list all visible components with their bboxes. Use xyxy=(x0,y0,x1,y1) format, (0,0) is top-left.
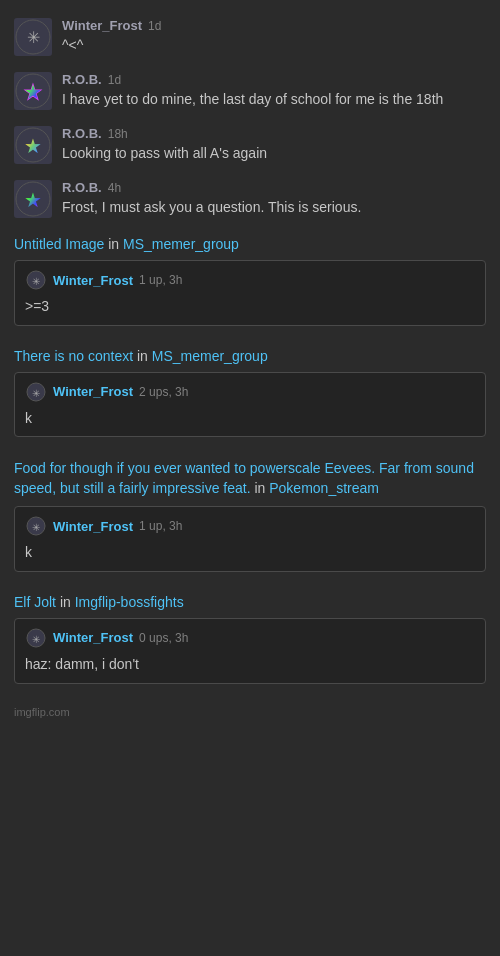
context-connector-4: in xyxy=(56,594,75,610)
context-group-link-2[interactable]: MS_memer_group xyxy=(152,348,268,364)
post-4: ★ R.O.B. 4h Frost, I must ask you a ques… xyxy=(0,172,500,226)
context-section-1: Untitled Image in MS_memer_group xyxy=(0,226,500,256)
svg-text:★: ★ xyxy=(24,81,42,103)
username-4: R.O.B. xyxy=(62,180,102,195)
post-header-3: R.O.B. 18h xyxy=(62,126,486,141)
reply-username-2: Winter_Frost xyxy=(53,384,133,399)
svg-text:★: ★ xyxy=(24,189,42,211)
reply-username-1: Winter_Frost xyxy=(53,273,133,288)
imgflip-credit: imgflip.com xyxy=(0,696,500,722)
post-content-2: R.O.B. 1d I have yet to do mine, the las… xyxy=(62,72,486,110)
post-text-2: I have yet to do mine, the last day of s… xyxy=(62,90,486,110)
context-group-link-4[interactable]: Imgflip-bossfights xyxy=(75,594,184,610)
reply-meta-1: 1 up, 3h xyxy=(139,273,182,287)
svg-text:✳: ✳ xyxy=(32,634,40,645)
timestamp-2: 1d xyxy=(108,73,121,87)
svg-text:✳: ✳ xyxy=(32,522,40,533)
reply-meta-2: 2 ups, 3h xyxy=(139,385,188,399)
reply-box-3: ✳ Winter_Frost 1 up, 3h k xyxy=(14,506,486,572)
timestamp-4: 4h xyxy=(108,181,121,195)
post-2: ★ ★ R.O.B. 1d I have yet to do mine, the… xyxy=(0,64,500,118)
post-content-3: R.O.B. 18h Looking to pass with all A's … xyxy=(62,126,486,164)
context-link-2[interactable]: There is no context xyxy=(14,348,133,364)
reply-username-3: Winter_Frost xyxy=(53,519,133,534)
avatar-rob-1: ★ ★ xyxy=(14,72,52,110)
reply-header-1: ✳ Winter_Frost 1 up, 3h xyxy=(25,269,475,291)
context-connector-3: in xyxy=(251,480,270,496)
reply-box-4: ✳ Winter_Frost 0 ups, 3h haz: damm, i do… xyxy=(14,618,486,684)
reply-meta-3: 1 up, 3h xyxy=(139,519,182,533)
context-section-2: There is no context in MS_memer_group xyxy=(0,338,500,368)
reply-text-1: >=3 xyxy=(25,297,475,317)
context-link-1[interactable]: Untitled Image xyxy=(14,236,104,252)
username-3: R.O.B. xyxy=(62,126,102,141)
post-header-2: R.O.B. 1d xyxy=(62,72,486,87)
post-content-4: R.O.B. 4h Frost, I must ask you a questi… xyxy=(62,180,486,218)
context-link-3[interactable]: Food for though if you ever wanted to po… xyxy=(14,460,474,496)
post-text-4: Frost, I must ask you a question. This i… xyxy=(62,198,486,218)
avatar-winter-1: ✳ xyxy=(14,18,52,56)
feed-container: ✳ Winter_Frost 1d ^<^ ★ ★ xyxy=(0,0,500,732)
context-group-link-1[interactable]: MS_memer_group xyxy=(123,236,239,252)
reply-text-4: haz: damm, i don't xyxy=(25,655,475,675)
reply-avatar-2: ✳ xyxy=(25,381,47,403)
post-content-1: Winter_Frost 1d ^<^ xyxy=(62,18,486,56)
post-3: ★ R.O.B. 18h Looking to pass with all A'… xyxy=(0,118,500,172)
reply-header-4: ✳ Winter_Frost 0 ups, 3h xyxy=(25,627,475,649)
reply-box-2: ✳ Winter_Frost 2 ups, 3h k xyxy=(14,372,486,438)
timestamp-3: 18h xyxy=(108,127,128,141)
reply-avatar-4: ✳ xyxy=(25,627,47,649)
reply-header-3: ✳ Winter_Frost 1 up, 3h xyxy=(25,515,475,537)
reply-text-3: k xyxy=(25,543,475,563)
post-text-1: ^<^ xyxy=(62,36,486,56)
avatar-rob-3: ★ xyxy=(14,180,52,218)
username-1: Winter_Frost xyxy=(62,18,142,33)
post-1: ✳ Winter_Frost 1d ^<^ xyxy=(0,10,500,64)
post-header-4: R.O.B. 4h xyxy=(62,180,486,195)
avatar-rob-2: ★ xyxy=(14,126,52,164)
reply-box-1: ✳ Winter_Frost 1 up, 3h >=3 xyxy=(14,260,486,326)
context-section-3: Food for though if you ever wanted to po… xyxy=(0,449,500,502)
context-link-4[interactable]: Elf Jolt xyxy=(14,594,56,610)
context-connector-1: in xyxy=(104,236,123,252)
post-header-1: Winter_Frost 1d xyxy=(62,18,486,33)
svg-text:✳: ✳ xyxy=(27,29,40,46)
reply-meta-4: 0 ups, 3h xyxy=(139,631,188,645)
reply-avatar-3: ✳ xyxy=(25,515,47,537)
svg-text:✳: ✳ xyxy=(32,276,40,287)
svg-text:✳: ✳ xyxy=(32,388,40,399)
timestamp-1: 1d xyxy=(148,19,161,33)
context-group-link-3[interactable]: Pokemon_stream xyxy=(269,480,379,496)
reply-header-2: ✳ Winter_Frost 2 ups, 3h xyxy=(25,381,475,403)
reply-text-2: k xyxy=(25,409,475,429)
username-2: R.O.B. xyxy=(62,72,102,87)
reply-avatar-1: ✳ xyxy=(25,269,47,291)
svg-text:★: ★ xyxy=(24,135,42,157)
post-text-3: Looking to pass with all A's again xyxy=(62,144,486,164)
context-section-4: Elf Jolt in Imgflip-bossfights xyxy=(0,584,500,614)
context-connector-2: in xyxy=(133,348,152,364)
reply-username-4: Winter_Frost xyxy=(53,630,133,645)
